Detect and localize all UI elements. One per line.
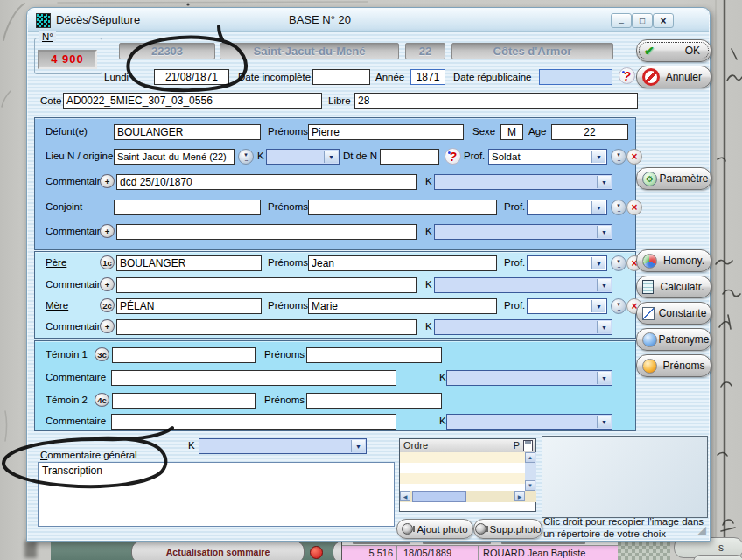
dropdown-arrow-icon[interactable] — [324, 150, 338, 163]
mere-commentaire-k-combo[interactable] — [434, 319, 612, 335]
red-question-icon[interactable] — [619, 67, 635, 84]
parametre-button[interactable]: Paramètre — [636, 167, 711, 190]
temoin1-prenoms-input[interactable] — [306, 347, 442, 363]
ok-button[interactable]: OK — [636, 39, 711, 62]
supp-photo-button[interactable]: Supp.photo — [473, 519, 542, 539]
dropdown-arrow-icon[interactable] — [597, 416, 611, 428]
list-picker-icon[interactable] — [611, 298, 626, 314]
conjoint-nom-input[interactable] — [114, 200, 261, 215]
conjoint-commentaire-input[interactable] — [116, 224, 416, 240]
homony-button[interactable]: Homony. — [636, 249, 711, 272]
temoin1-ref-button[interactable]: 3c — [94, 347, 109, 361]
dropdown-arrow-icon[interactable] — [597, 279, 611, 291]
conjoint-prenoms-input[interactable] — [308, 200, 497, 215]
pere-prof-combo[interactable] — [527, 256, 607, 271]
mere-label[interactable]: Mère — [46, 300, 68, 311]
pere-label[interactable]: Père — [46, 257, 66, 268]
dropdown-arrow-icon[interactable] — [597, 321, 611, 333]
resize-grip-icon[interactable] — [697, 523, 706, 536]
general-k-combo[interactable] — [199, 438, 367, 454]
insee-code-banner[interactable]: 22303 — [119, 43, 215, 60]
departement-banner[interactable]: Côtes d'Armor — [452, 43, 613, 60]
annuler-button[interactable]: Annuler — [636, 66, 711, 88]
close-button[interactable] — [653, 13, 674, 28]
constante-button[interactable]: Constante — [636, 302, 711, 325]
plus-icon[interactable]: + — [100, 174, 115, 188]
defunt-nom-input[interactable] — [114, 124, 261, 140]
list-picker-icon[interactable] — [611, 256, 626, 271]
scrollbar-thumb[interactable] — [412, 491, 466, 502]
title-bar[interactable]: Décès/Sépulture BASE N° 20 — [28, 9, 709, 32]
dropdown-arrow-icon[interactable] — [592, 150, 606, 163]
scroll-left-icon[interactable]: ◀ — [400, 491, 410, 501]
vertical-scrollbar[interactable]: ▲ ▼ — [525, 452, 536, 491]
background-toolbar-button[interactable]: Actualisation sommaire — [131, 541, 304, 560]
commune-banner[interactable]: Saint-Jacut-du-Mené — [220, 43, 399, 60]
defunt-prof-combo[interactable]: Soldat — [488, 149, 607, 164]
red-x-icon[interactable] — [626, 149, 642, 164]
departement-code-banner[interactable]: 22 — [405, 43, 445, 60]
red-x-icon[interactable] — [626, 200, 642, 215]
pere-ref-button[interactable]: 1c — [100, 256, 115, 270]
scroll-right-icon[interactable]: ▶ — [514, 491, 525, 501]
temoin2-k-combo[interactable] — [446, 414, 612, 430]
pere-nom-input[interactable] — [116, 256, 262, 271]
mere-ref-button[interactable]: 2c — [100, 298, 115, 312]
prenoms-button[interactable]: Prénoms — [636, 354, 711, 377]
plus-icon[interactable]: + — [100, 277, 115, 291]
table-row[interactable]: 5 516 18/05/1889 ROUARD Jean Baptiste — [342, 545, 619, 560]
mere-commentaire-input[interactable] — [116, 319, 416, 335]
dropdown-arrow-icon[interactable] — [597, 372, 611, 384]
annee-input[interactable] — [410, 69, 445, 85]
patronyme-button[interactable]: Patronyme — [636, 328, 711, 351]
temoin1-commentaire-input[interactable] — [111, 370, 396, 386]
conjoint-prof-combo[interactable] — [527, 200, 607, 215]
maximize-button[interactable] — [632, 13, 653, 28]
dropdown-arrow-icon[interactable] — [592, 201, 606, 214]
date-incomplete-input[interactable] — [312, 69, 370, 85]
ordre-row[interactable] — [400, 484, 525, 491]
sexe-input[interactable] — [500, 124, 523, 140]
clipboard-icon[interactable] — [523, 440, 533, 452]
scroll-down-icon[interactable]: ▼ — [525, 480, 536, 491]
scroll-up-icon[interactable]: ▲ — [525, 452, 536, 463]
temoin2-ref-button[interactable]: 4c — [94, 393, 109, 407]
dropdown-arrow-icon[interactable] — [592, 300, 606, 312]
red-question-icon[interactable] — [444, 148, 461, 164]
dtn-input[interactable] — [380, 149, 439, 164]
mere-prof-combo[interactable] — [527, 298, 607, 314]
plus-icon[interactable]: + — [100, 224, 115, 238]
dropdown-arrow-icon[interactable] — [592, 257, 606, 270]
defunt-prenoms-input[interactable] — [308, 124, 464, 140]
temoin1-nom-input[interactable] — [112, 347, 256, 363]
temoin1-k-combo[interactable] — [446, 370, 612, 386]
calculatr-button[interactable]: Calculatr. — [636, 276, 711, 298]
cote-input[interactable] — [63, 93, 322, 108]
list-picker-icon[interactable] — [611, 149, 626, 164]
age-input[interactable] — [551, 124, 628, 140]
pere-commentaire-input[interactable] — [116, 277, 416, 293]
temoin2-nom-input[interactable] — [112, 393, 256, 409]
temoin2-prenoms-input[interactable] — [306, 393, 442, 409]
lieu-input[interactable] — [114, 149, 234, 164]
plus-icon[interactable]: + — [100, 319, 115, 333]
commentaire-general-textarea[interactable]: Transcription — [38, 462, 395, 527]
horizontal-scrollbar[interactable]: ◀ ▶ — [400, 491, 525, 502]
minimize-button[interactable] — [611, 13, 632, 28]
conjoint-commentaire-k-combo[interactable] — [434, 224, 612, 240]
date-republicaine-input[interactable] — [539, 69, 612, 85]
mere-nom-input[interactable] — [116, 298, 262, 314]
list-picker-icon[interactable] — [238, 149, 254, 164]
list-picker-icon[interactable] — [611, 200, 626, 215]
defunt-commentaire-k-combo[interactable] — [434, 174, 612, 190]
pere-prenoms-input[interactable] — [308, 256, 497, 271]
dropdown-arrow-icon[interactable] — [351, 440, 365, 452]
lieu-k-combo[interactable] — [266, 149, 340, 164]
mere-prenoms-input[interactable] — [308, 298, 497, 314]
defunt-commentaire-input[interactable] — [116, 174, 416, 190]
image-preview-box[interactable] — [542, 436, 708, 518]
date-input[interactable] — [154, 69, 229, 85]
pere-commentaire-k-combo[interactable] — [434, 277, 612, 293]
dropdown-arrow-icon[interactable] — [597, 176, 611, 188]
ajout-photo-button[interactable]: Ajout photo — [396, 519, 473, 539]
